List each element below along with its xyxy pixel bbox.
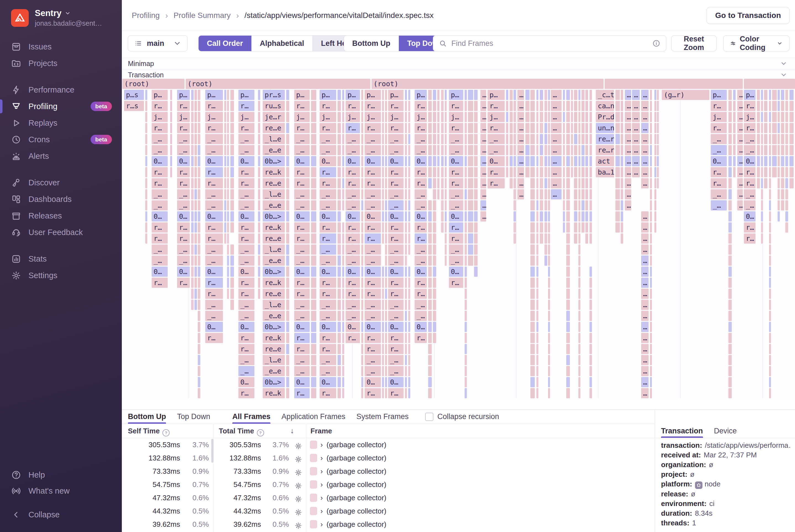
flame-frame-cell[interactable]: _… (294, 145, 310, 155)
flame-frame-cell[interactable] (574, 134, 577, 144)
flame-frame-cell[interactable]: 0… (388, 211, 403, 222)
flame-frame-cell[interactable] (513, 90, 516, 100)
flame-frame-cell[interactable] (566, 167, 570, 177)
flame-frame-cell[interactable]: … (737, 134, 743, 144)
flame-frame-cell[interactable] (311, 200, 316, 210)
flame-frame-cell[interactable] (230, 112, 234, 122)
scrollbar-thumb[interactable] (211, 439, 213, 463)
flame-frame-cell[interactable] (574, 233, 577, 244)
flame-frame-cell[interactable] (778, 145, 780, 155)
flame-frame-cell[interactable]: … (480, 134, 486, 144)
flame-frame-cell[interactable] (548, 333, 550, 343)
flame-frame-cell[interactable] (342, 278, 344, 288)
flame-frame-cell[interactable] (468, 200, 473, 210)
flame-frame-cell[interactable] (194, 112, 197, 122)
flame-frame-cell[interactable]: 0… (744, 156, 756, 166)
flame-frame-cell[interactable] (198, 101, 200, 111)
flame-frame-cell[interactable]: r… (388, 222, 403, 232)
flame-frame-cell[interactable] (769, 156, 771, 166)
flame-frame-cell[interactable]: ca…n (596, 101, 614, 111)
flame-frame-cell[interactable] (194, 222, 197, 232)
option-alphabetical[interactable]: Alphabetical (252, 36, 313, 51)
flame-frame-cell[interactable] (728, 244, 732, 255)
flame-frame-cell[interactable] (198, 355, 200, 365)
flame-frame-cell[interactable] (761, 123, 763, 133)
flame-frame-cell[interactable] (428, 123, 432, 133)
option-call-order[interactable]: Call Order (198, 36, 252, 51)
flame-frame-cell[interactable] (198, 388, 200, 398)
flame-frame-cell[interactable] (506, 101, 508, 111)
flame-frame-cell[interactable] (510, 167, 513, 177)
flame-frame-cell[interactable]: _… (320, 355, 336, 365)
flame-frame-cell[interactable] (536, 156, 538, 166)
flame-frame-cell[interactable] (408, 101, 410, 111)
flame-frame-cell[interactable] (145, 233, 147, 244)
flame-frame-cell[interactable] (548, 112, 550, 122)
flame-frame-cell[interactable] (545, 145, 547, 155)
flame-frame-cell[interactable] (769, 244, 771, 255)
flame-frame-cell[interactable]: p… (488, 90, 505, 100)
flame-frame-cell[interactable] (545, 189, 547, 200)
flame-frame-cell[interactable]: _… (205, 189, 223, 200)
flame-frame-cell[interactable] (338, 90, 341, 100)
flame-frame-cell[interactable]: p… (388, 90, 403, 100)
flame-frame-cell[interactable] (548, 355, 550, 365)
col-frame[interactable]: Frame (310, 427, 332, 435)
flame-frame-cell[interactable] (728, 388, 732, 398)
flame-frame-cell[interactable] (525, 123, 530, 133)
flame-frame-cell[interactable] (650, 90, 652, 100)
flame-frame-cell[interactable] (465, 123, 467, 133)
flame-frame-cell[interactable] (728, 289, 732, 299)
flame-frame-cell[interactable] (191, 233, 194, 244)
flame-frame-cell[interactable] (761, 200, 763, 210)
sidebar-item-releases[interactable]: Releases (0, 207, 122, 224)
flame-frame-cell[interactable]: r… (239, 233, 254, 244)
flame-frame-cell[interactable]: r… (294, 101, 310, 111)
flame-frame-cell[interactable] (781, 200, 784, 210)
flame-frame-cell[interactable]: 0… (388, 322, 403, 332)
flame-frame-cell[interactable] (428, 222, 432, 232)
flame-frame-cell[interactable] (198, 211, 200, 222)
flame-frame-cell[interactable]: r… (345, 123, 360, 133)
flame-frame-cell[interactable] (582, 134, 585, 144)
flame-frame-cell[interactable]: _… (388, 300, 403, 310)
flame-frame-cell[interactable] (579, 101, 580, 111)
flame-frame-cell[interactable] (616, 211, 620, 222)
flame-frame-cell[interactable] (408, 278, 410, 288)
flame-frame-cell[interactable] (437, 145, 439, 155)
flame-frame-cell[interactable] (361, 222, 363, 232)
flame-frame-cell[interactable] (728, 255, 732, 266)
flame-frame-cell[interactable]: _… (365, 366, 381, 376)
flame-frame-cell[interactable]: r… (388, 233, 403, 244)
flame-frame-cell[interactable]: r… (365, 278, 381, 288)
flame-frame-cell[interactable]: r… (449, 278, 463, 288)
flame-frame-cell[interactable] (621, 167, 623, 177)
flame-frame-cell[interactable] (474, 156, 478, 166)
flame-frame-cell[interactable]: … (737, 178, 743, 188)
flame-frame-cell[interactable] (198, 300, 200, 310)
flame-frame-cell[interactable] (361, 322, 363, 332)
flame-frame-cell[interactable] (361, 388, 363, 398)
flame-frame-cell[interactable] (785, 200, 788, 210)
flame-frame-cell[interactable] (650, 134, 652, 144)
flame-frame-cell[interactable]: r… (177, 101, 190, 111)
flame-frame-cell[interactable]: _… (711, 200, 727, 210)
flame-frame-cell[interactable]: … (737, 90, 743, 100)
flame-frame-cell[interactable] (790, 145, 794, 155)
flame-frame-cell[interactable]: _… (177, 255, 190, 266)
flame-frame-cell[interactable]: p… (449, 90, 463, 100)
flame-frame-cell[interactable]: _… (320, 145, 336, 155)
flame-frame-cell[interactable]: 0… (449, 267, 463, 277)
flame-frame-cell[interactable] (405, 388, 407, 398)
flame-frame-cell[interactable]: r… (294, 333, 310, 343)
flame-frame-cell[interactable] (286, 377, 289, 387)
flame-frame-cell[interactable] (582, 145, 585, 155)
flame-frame-cell[interactable]: r… (388, 289, 403, 299)
flame-frame-cell[interactable]: r… (388, 167, 403, 177)
flame-frame-cell[interactable] (311, 101, 316, 111)
flame-frame-cell[interactable] (361, 200, 363, 210)
flame-frame-cell[interactable] (769, 123, 771, 133)
flame-frame-cell[interactable] (785, 189, 788, 200)
flame-frame-cell[interactable]: _… (294, 200, 310, 210)
flame-frame-cell[interactable] (530, 123, 535, 133)
